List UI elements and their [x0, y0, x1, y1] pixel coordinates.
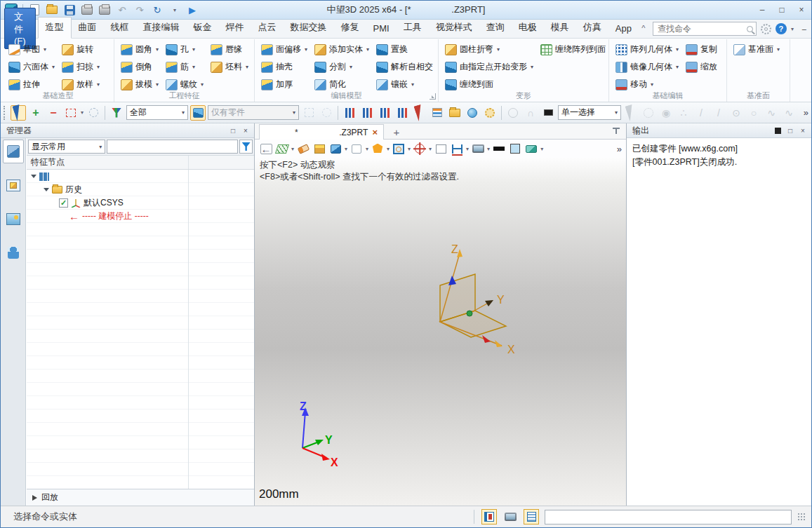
play-button[interactable]: ▶ [186, 4, 199, 16]
lasso-select-button[interactable] [86, 105, 101, 121]
viewport-toolbar-overflow-icon[interactable]: » [617, 144, 622, 154]
gear-2-button[interactable] [641, 105, 656, 121]
dropdown-icon[interactable]: ▾ [350, 64, 352, 70]
dropdown-icon[interactable]: ▾ [52, 64, 55, 70]
spline-snap-2-button[interactable]: ∿ [781, 105, 797, 121]
dropdown-icon[interactable]: ▾ [676, 64, 679, 70]
exit-button[interactable]: ← [259, 142, 273, 156]
view-manager-tab[interactable] [3, 207, 24, 231]
undo-button[interactable]: ↶ [116, 4, 128, 16]
dropdown-icon[interactable]: ▾ [411, 81, 414, 88]
modeling-stop-row[interactable]: ← ----- 建模停止 ----- [27, 210, 254, 223]
pick-from-list-button[interactable] [412, 105, 427, 121]
output-log[interactable]: 已创建零件 [www.x6g.com] [零件001.Z3PRT]关闭成功. [627, 138, 811, 506]
tab-close-icon[interactable]: × [372, 127, 378, 137]
minimize-button[interactable]: – [752, 3, 772, 17]
display-filter-combo[interactable]: 显示常用▾ [28, 140, 105, 154]
lip-button[interactable]: 唇缘 [207, 41, 252, 58]
wrap-pattern-to-face-button[interactable]: 缠绕阵列到面 [537, 41, 609, 58]
tab-surface[interactable]: 曲面 [72, 18, 104, 38]
rotate-view-button[interactable] [413, 142, 427, 156]
show-hide-2-button[interactable] [359, 105, 375, 121]
pin-icon[interactable] [612, 126, 620, 135]
output-toggle[interactable] [524, 509, 539, 524]
file-browser-button[interactable] [447, 105, 462, 121]
preferences-button[interactable] [482, 105, 498, 121]
play-filter-button[interactable]: ◉ [658, 105, 674, 121]
copy-button[interactable]: 复制 [682, 41, 721, 58]
save-button[interactable] [63, 4, 76, 16]
filter-button[interactable] [109, 105, 124, 121]
command-search-input[interactable] [653, 22, 757, 36]
dropdown-icon[interactable]: ▾ [192, 46, 195, 53]
chamfer-button[interactable]: 倒角 [117, 58, 162, 76]
fullscreen-toggle[interactable] [502, 509, 518, 524]
dropdown-icon[interactable]: ▾ [44, 46, 46, 53]
shaded-display-button[interactable] [328, 142, 342, 156]
chevron-down-icon[interactable]: ▾ [466, 146, 469, 152]
dropdown-icon[interactable]: ▾ [192, 64, 195, 70]
new-tab-button[interactable]: + [390, 125, 404, 139]
web-browser-button[interactable] [465, 105, 480, 121]
feature-tree[interactable]: 历史 ✓ 默认CSYS ← ----- 建模停止 ----- [27, 170, 254, 489]
open-file-button[interactable] [46, 4, 58, 16]
history-folder-row[interactable]: 历史 [27, 183, 254, 196]
tab-sheet-metal[interactable]: 钣金 [187, 18, 219, 38]
toolbar-grip[interactable] [4, 106, 7, 120]
history-manager-tab[interactable] [3, 140, 24, 163]
show-hide-4-button[interactable] [394, 105, 410, 121]
chevron-down-icon[interactable]: ▾ [345, 146, 347, 152]
add-shape-button[interactable]: 添加实体▾ [311, 41, 373, 58]
regen-button[interactable]: ↻ [151, 4, 164, 16]
tab-simulation[interactable]: 仿真 [576, 18, 608, 38]
default-csys-row[interactable]: ✓ 默认CSYS [27, 196, 254, 210]
sketch-plane-button[interactable] [275, 142, 289, 156]
chevron-down-icon[interactable]: ▾ [429, 146, 432, 152]
scope-combo[interactable]: 仅有零件▾ [208, 105, 299, 120]
settings-gear-icon[interactable] [761, 24, 771, 34]
pick-button[interactable] [11, 105, 26, 121]
selection-mode-combo[interactable]: 单一选择▾ [558, 105, 621, 120]
remove-selection-button[interactable]: − [46, 105, 61, 121]
marquee-select-button[interactable] [63, 105, 79, 121]
tab-visual-style[interactable]: 视觉样式 [429, 18, 479, 38]
face-offset-button[interactable]: 面偏移▾ [258, 41, 311, 58]
quick-edit-button[interactable] [312, 142, 326, 156]
marquee-dropdown-icon[interactable]: ▾ [81, 109, 84, 116]
color-swatch-button[interactable] [508, 142, 522, 156]
maximize-button[interactable]: □ [772, 3, 792, 17]
dropdown-icon[interactable]: ▾ [305, 46, 307, 53]
document-tab[interactable]: * .Z3PRT × [259, 124, 384, 140]
chain-pick-button[interactable] [301, 105, 317, 121]
command-form-toggle[interactable] [481, 509, 497, 524]
redo-button[interactable]: ↷ [133, 4, 146, 16]
tab-repair[interactable]: 修复 [334, 18, 366, 38]
chevron-down-icon[interactable]: ▾ [487, 146, 490, 152]
rib-button[interactable]: 筋▾ [162, 58, 207, 76]
playback-bar[interactable]: 回放 [27, 489, 254, 506]
tree-filter-button[interactable] [239, 140, 253, 154]
add-selection-button[interactable]: + [28, 105, 44, 121]
chevron-down-icon[interactable]: ▾ [387, 146, 390, 152]
dropdown-icon[interactable]: ▾ [497, 46, 500, 53]
circle-snap-1-button[interactable]: ⊙ [728, 105, 744, 121]
dropdown-icon[interactable]: ▾ [156, 81, 159, 88]
dropdown-icon[interactable]: ▾ [777, 46, 780, 53]
tab-app[interactable]: App [608, 20, 639, 38]
replace-button[interactable]: 置换 [373, 41, 437, 58]
zoom-window-button[interactable] [392, 142, 406, 156]
hole-button[interactable]: 孔▾ [162, 41, 207, 58]
show-hide-1-button[interactable] [342, 105, 357, 121]
close-button[interactable]: × [792, 3, 811, 17]
dropdown-icon[interactable]: ▾ [366, 46, 369, 53]
orbit-button[interactable] [505, 105, 521, 121]
pattern-geometry-button[interactable]: 阵列几何体▾ [612, 41, 682, 58]
chevron-down-icon[interactable]: ▾ [366, 146, 368, 152]
spline-snap-1-button[interactable]: ∿ [764, 105, 779, 121]
section-view-button[interactable] [524, 142, 538, 156]
manager-restore-button[interactable]: □ [227, 126, 239, 136]
visibility-checkbox[interactable]: ✓ [59, 198, 68, 208]
chevron-down-icon[interactable]: ▾ [408, 146, 411, 152]
sketch-button[interactable]: 草图▾ [5, 41, 58, 58]
tab-tools[interactable]: 工具 [397, 18, 429, 38]
